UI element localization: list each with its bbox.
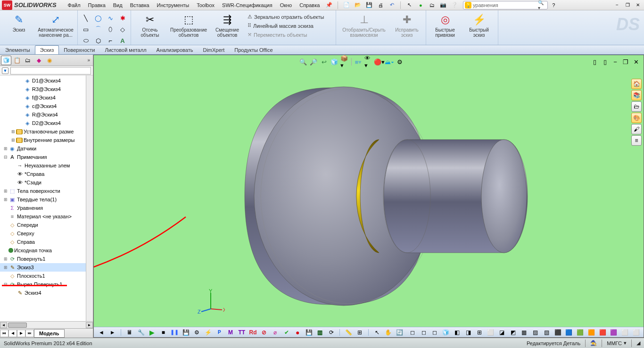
hand-icon[interactable]: ✋	[383, 328, 393, 337]
view-icon[interactable]: ▦	[520, 328, 529, 337]
relations-button[interactable]: ⊥ Отобразить/Скрыть взаимосвязи	[338, 12, 390, 39]
tree-item[interactable]: ⊞▣Твердые тела(1)	[0, 195, 93, 204]
autodim-button[interactable]: ⤢ Автоматическое нанесение ра...	[36, 12, 75, 39]
arc-icon[interactable]: ⌒	[93, 24, 103, 34]
convert-button[interactable]: ⬚ Преобразование объектов	[167, 12, 210, 39]
prev-view-icon[interactable]: ↩	[319, 57, 329, 66]
tree-expand-icon[interactable]: ⊞	[3, 189, 8, 193]
menu-window[interactable]: Окно	[276, 1, 296, 9]
tree-item[interactable]: ◈D2@Эскиз4	[0, 119, 93, 127]
view-icon[interactable]: ◩	[508, 328, 518, 337]
tree-item[interactable]: ◈R3@Эскиз4	[0, 85, 93, 93]
wrench-icon[interactable]: 🔧	[136, 328, 146, 337]
sketch-button[interactable]: ✎ Эскиз	[2, 12, 36, 34]
restore-button[interactable]: ❐	[623, 2, 632, 8]
status-wizard-icon[interactable]: 🧙	[590, 340, 597, 346]
view-icon[interactable]: ◨	[464, 328, 473, 337]
cursor-icon[interactable]: ↖	[372, 328, 382, 337]
view-icon[interactable]: 🧊	[441, 328, 451, 337]
label-p-icon[interactable]: P	[215, 328, 224, 337]
menu-file[interactable]: Файл	[64, 1, 84, 9]
tab-sketch[interactable]: Эскиз	[35, 45, 59, 54]
mdi-layout1-icon[interactable]: ▯	[590, 57, 599, 66]
tree-item[interactable]: ⊞Внутренние размеры	[0, 136, 93, 144]
status-dropdown-icon[interactable]: ▾	[624, 340, 627, 346]
move-button[interactable]: ⤧Переместить объекты	[245, 31, 333, 39]
rectangle-icon[interactable]: ▭	[81, 24, 91, 34]
screen-capture-icon[interactable]: 📷	[438, 1, 448, 9]
menu-view[interactable]: Вид	[109, 1, 126, 9]
check-icon[interactable]: ✔	[282, 328, 291, 337]
ellipse-icon[interactable]: ⬯	[105, 24, 116, 34]
tab-features[interactable]: Элементы	[0, 45, 35, 54]
calc-icon[interactable]: 🖩	[125, 328, 134, 337]
view-settings-icon[interactable]: ⚙	[395, 57, 405, 66]
tree-expand-icon[interactable]: ⊞	[10, 138, 16, 142]
tabnav-last-icon[interactable]: ⏭	[25, 330, 34, 337]
save-motion-icon[interactable]: 💾	[181, 328, 190, 337]
settings-icon[interactable]: ⚙	[192, 328, 202, 337]
view-icon[interactable]: ▧	[542, 328, 552, 337]
play-icon[interactable]: ▶	[148, 328, 157, 337]
menu-insert[interactable]: Вставка	[126, 1, 153, 9]
close-button[interactable]: ✕	[634, 2, 642, 8]
tree-item[interactable]: ◈R@Эскиз4	[0, 110, 93, 119]
options-icon[interactable]: 🗂	[427, 1, 437, 9]
menu-edit[interactable]: Правка	[84, 1, 109, 9]
mdi-minimize-button[interactable]: −	[611, 57, 620, 66]
tree-item[interactable]: ◇Спереди	[0, 221, 93, 229]
help-icon[interactable]: ?	[549, 1, 558, 9]
tree-horizontal-scrollbar[interactable]: ◄ ►	[0, 321, 93, 328]
refresh-icon[interactable]: ⟳	[327, 328, 336, 337]
display-style-icon[interactable]: ■▾	[354, 57, 363, 66]
mdi-close-button[interactable]: ✕	[631, 57, 641, 66]
snaps-button[interactable]: ◎ Быстрые привязки	[428, 12, 462, 39]
tree-item[interactable]: ◇Справа	[0, 238, 93, 246]
tab-sheetmetal[interactable]: Листовой металл	[99, 45, 151, 54]
offset-button[interactable]: ⇶ Смещение объектов	[210, 12, 244, 39]
expand-sidebar-icon[interactable]: »	[85, 58, 92, 63]
tree-item[interactable]: ⊞Установочные разме	[0, 127, 93, 136]
plane-tool-icon[interactable]: ◇	[117, 24, 128, 34]
tab-dimxpert-icon[interactable]: ◆	[33, 56, 44, 65]
tree-item[interactable]: ◈f@Эскиз4	[0, 93, 93, 102]
mdi-layout2-icon[interactable]: ▯	[600, 57, 610, 66]
tree-item[interactable]: Исходная точка	[0, 246, 93, 255]
feature-filter-input[interactable]	[10, 67, 91, 75]
tree-expand-icon[interactable]: ⊞	[3, 146, 8, 151]
menu-swr[interactable]: SWR-Спецификация	[218, 1, 276, 9]
tree-item[interactable]: ◈D1@Эскиз4	[0, 76, 93, 85]
repair-button[interactable]: ✚ Исправить эскиз	[390, 12, 424, 39]
undo-icon[interactable]: ↶	[387, 1, 396, 9]
fillet-icon[interactable]: ⌐	[105, 35, 116, 46]
view-icon[interactable]: 🟥	[598, 328, 607, 337]
rebuild-icon[interactable]: ●	[416, 1, 425, 9]
slot-icon[interactable]: ⬭	[81, 35, 91, 46]
bar-icon[interactable]: ▥	[315, 328, 325, 337]
tree-item[interactable]: ⊞✎Эскиз3	[0, 263, 93, 272]
print-icon[interactable]: 🖨	[376, 1, 385, 9]
zoom-fit-icon[interactable]: 🔍	[298, 57, 308, 66]
tab-display-icon[interactable]: ◉	[44, 56, 55, 65]
view-icon[interactable]: ⬜	[486, 328, 495, 337]
view-icon[interactable]: ⬜	[620, 328, 630, 337]
scroll-left-icon[interactable]: ◄	[0, 322, 7, 328]
tree-item[interactable]: ⊞◉Датчики	[0, 144, 93, 153]
design-library-icon[interactable]: 📚	[631, 90, 642, 100]
tree-expand-icon[interactable]: ⊟	[3, 155, 8, 159]
tree-item[interactable]: ⊞⬚Тела поверхности	[0, 187, 93, 195]
tab-analyze[interactable]: Анализировать	[151, 45, 198, 54]
circle-icon[interactable]: ◯	[93, 13, 103, 23]
filter-funnel-icon[interactable]: ▼	[2, 67, 8, 74]
feature-tree[interactable]: ◈D1@Эскиз4◈R3@Эскиз4◈f@Эскиз4◈c@Эскиз4◈R…	[0, 75, 93, 321]
menu-tools[interactable]: Инструменты	[153, 1, 193, 9]
label-m-icon[interactable]: M	[226, 328, 235, 337]
scroll-thumb[interactable]	[8, 323, 27, 328]
thumbtack-icon[interactable]: 📌	[324, 1, 334, 9]
tree-item[interactable]: →Неуказанные элем	[0, 161, 93, 170]
slash-icon[interactable]: ⌀	[271, 328, 280, 337]
view-orientation-icon[interactable]: 📦▾	[340, 57, 349, 66]
scene-icon[interactable]: ⛰▾	[385, 57, 394, 66]
tree-item[interactable]: 👁*Справа	[0, 170, 93, 178]
label-tt-icon[interactable]: TT	[237, 328, 247, 337]
